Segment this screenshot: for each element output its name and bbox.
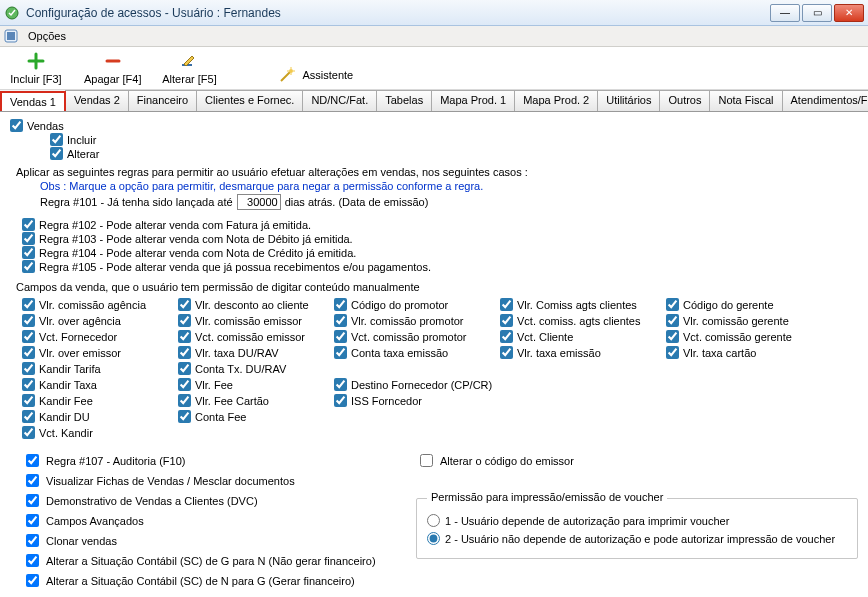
minus-icon	[103, 51, 123, 71]
check-alterar[interactable]: Alterar	[50, 147, 858, 160]
assistant-label: Assistente	[302, 69, 353, 81]
obs-note: Obs : Marque a opção para permitir, desm…	[40, 180, 858, 192]
field-check[interactable]: Código do promotor	[334, 298, 494, 311]
field-check[interactable]: Kandir Fee	[22, 394, 172, 407]
check-rule-104[interactable]: Regra #104 - Pode alterar venda com Nota…	[22, 246, 858, 259]
check-clonar-vendas[interactable]: Clonar vendas	[22, 531, 402, 550]
field-check[interactable]: Vct. comissão gerente	[666, 330, 826, 343]
apply-rules-text: Aplicar as seguintes regras para permiti…	[16, 166, 858, 178]
field-check[interactable]: Vlr. comissão emissor	[178, 314, 328, 327]
tab-financeiro[interactable]: Financeiro	[128, 90, 197, 111]
include-button[interactable]: Incluir [F3]	[8, 51, 64, 85]
check-sc-g-to-n[interactable]: Alterar a Situação Contábil (SC) de G pa…	[22, 551, 402, 570]
field-check[interactable]: Kandir Tarifa	[22, 362, 172, 375]
field-check[interactable]: Vlr. taxa emissão	[500, 346, 660, 359]
field-check[interactable]: Vlr. Fee	[178, 378, 328, 391]
field-check[interactable]: ISS Forncedor	[334, 394, 494, 407]
close-button[interactable]: ✕	[834, 4, 864, 22]
pencil-icon	[179, 51, 199, 71]
field-permissions-grid: Vlr. comissão agência Vlr. desconto ao c…	[22, 297, 858, 440]
plus-icon	[26, 51, 46, 71]
field-check[interactable]: Vct. comissão promotor	[334, 330, 494, 343]
voucher-option-1[interactable]: 1 - Usuário depende de autorização para …	[427, 514, 847, 527]
delete-label: Apagar [F4]	[84, 73, 141, 85]
tab-content: Vendas Incluir Alterar Aplicar as seguin…	[0, 112, 868, 597]
field-check[interactable]: Conta Tx. DU/RAV	[178, 362, 328, 375]
voucher-group: Permissão para impressão/emissão de vouc…	[416, 498, 858, 559]
tab-vendas1[interactable]: Vendas 1	[0, 91, 66, 112]
wand-icon	[277, 65, 297, 85]
delete-button[interactable]: Apagar [F4]	[84, 51, 141, 85]
field-check[interactable]: Destino Fornecedor (CP/CR)	[334, 378, 494, 391]
voucher-option-2[interactable]: 2 - Usuário não depende de autorização e…	[427, 532, 847, 545]
field-check[interactable]: Conta Fee	[178, 410, 328, 423]
field-check[interactable]: Vct. Kandir	[22, 426, 172, 439]
svg-rect-2	[7, 32, 15, 40]
field-check[interactable]: Vlr. comissão gerente	[666, 314, 826, 327]
tabstrip: Vendas 1 Vendas 2 Financeiro Clientes e …	[0, 90, 868, 112]
field-check[interactable]: Vct. Cliente	[500, 330, 660, 343]
fields-label: Campos da venda, que o usuário tem permi…	[16, 281, 858, 293]
check-incluir[interactable]: Incluir	[50, 133, 858, 146]
menubar: Opções	[0, 26, 868, 47]
voucher-group-title: Permissão para impressão/emissão de vouc…	[427, 491, 667, 503]
tab-tabelas[interactable]: Tabelas	[376, 90, 432, 111]
titlebar: Configuração de acessos - Usuário : Fern…	[0, 0, 868, 26]
field-check[interactable]: Vlr. Fee Cartão	[178, 394, 328, 407]
include-label: Incluir [F3]	[10, 73, 61, 85]
check-rule-107[interactable]: Regra #107 - Auditoria (F10)	[22, 451, 402, 470]
check-vendas[interactable]: Vendas	[10, 119, 858, 132]
field-check[interactable]: Vlr. Comiss agts clientes	[500, 298, 660, 311]
field-check[interactable]: Conta taxa emissão	[334, 346, 494, 359]
field-check[interactable]: Vct. Fornecedor	[22, 330, 172, 343]
field-check[interactable]: Vct. comiss. agts clientes	[500, 314, 660, 327]
check-rule-103[interactable]: Regra #103 - Pode alterar venda com Nota…	[22, 232, 858, 245]
check-campos-avancados[interactable]: Campos Avançados	[22, 511, 402, 530]
assistant-button[interactable]: Assistente	[277, 65, 353, 85]
tab-mapa-prod-1[interactable]: Mapa Prod. 1	[431, 90, 515, 111]
svg-point-4	[289, 69, 293, 73]
app-icon	[4, 5, 20, 21]
check-dvc[interactable]: Demonstrativo de Vendas a Clientes (DVC)	[22, 491, 402, 510]
field-check[interactable]: Kandir DU	[22, 410, 172, 423]
tab-clientes-fornec[interactable]: Clientes e Fornec.	[196, 90, 303, 111]
window-title: Configuração de acessos - Usuário : Fern…	[26, 6, 770, 20]
tab-utilitarios[interactable]: Utilitários	[597, 90, 660, 111]
edit-button[interactable]: Alterar [F5]	[161, 51, 217, 85]
check-sc-n-to-g[interactable]: Alterar a Situação Contábil (SC) de N pa…	[22, 571, 402, 590]
field-check[interactable]: Kandir Taxa	[22, 378, 172, 391]
field-check[interactable]: Vlr. taxa cartão	[666, 346, 826, 359]
window-buttons: — ▭ ✕	[770, 4, 864, 22]
bottom-section: Regra #107 - Auditoria (F10) Visualizar …	[10, 450, 858, 591]
rule-101-days-input[interactable]	[237, 194, 281, 210]
rule-101-pre: Regra #101 - Já tenha sido lançada até	[40, 196, 233, 208]
field-check[interactable]: Vlr. over agência	[22, 314, 172, 327]
menu-options[interactable]: Opções	[22, 28, 72, 44]
tab-mapa-prod-2[interactable]: Mapa Prod. 2	[514, 90, 598, 111]
check-rule-105[interactable]: Regra #105 - Pode alterar venda que já p…	[22, 260, 858, 273]
options-icon	[4, 29, 18, 43]
rules-block: Regra #102 - Pode alterar venda com Fatu…	[22, 218, 858, 273]
field-check[interactable]: Vlr. taxa DU/RAV	[178, 346, 328, 359]
minimize-button[interactable]: —	[770, 4, 800, 22]
field-check[interactable]: Vlr. comissão agência	[22, 298, 172, 311]
tab-nota-fiscal[interactable]: Nota Fiscal	[709, 90, 782, 111]
tab-atendimentos-files[interactable]: Atendimentos/Files	[782, 90, 868, 111]
check-alterar-codigo-emissor[interactable]: Alterar o código do emissor	[416, 451, 858, 470]
field-check[interactable]: Código do gerente	[666, 298, 826, 311]
tab-nd-nc-fat[interactable]: ND/NC/Fat.	[302, 90, 377, 111]
field-check[interactable]: Vct. comissão emissor	[178, 330, 328, 343]
maximize-button[interactable]: ▭	[802, 4, 832, 22]
rule-101-post: dias atrás. (Data de emissão)	[285, 196, 429, 208]
edit-label: Alterar [F5]	[162, 73, 216, 85]
check-view-fichas[interactable]: Visualizar Fichas de Vendas / Mesclar do…	[22, 471, 402, 490]
tab-vendas2[interactable]: Vendas 2	[65, 90, 129, 111]
field-check[interactable]: Vlr. desconto ao cliente	[178, 298, 328, 311]
bottom-left-checks: Regra #107 - Auditoria (F10) Visualizar …	[22, 450, 402, 591]
tab-outros[interactable]: Outros	[659, 90, 710, 111]
field-check[interactable]: Vlr. comissão promotor	[334, 314, 494, 327]
toolbar: Incluir [F3] Apagar [F4] Alterar [F5] As…	[0, 47, 868, 90]
check-rule-102[interactable]: Regra #102 - Pode alterar venda com Fatu…	[22, 218, 858, 231]
field-check[interactable]: Vlr. over emissor	[22, 346, 172, 359]
bottom-right: Alterar o código do emissor Permissão pa…	[416, 450, 858, 591]
